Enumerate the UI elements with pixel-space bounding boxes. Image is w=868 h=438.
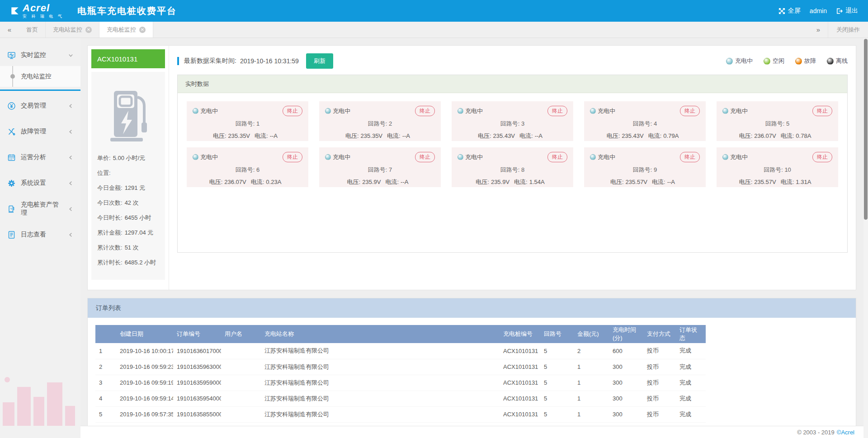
idle-status-dot (764, 58, 770, 65)
terminate-button[interactable]: 终止 (283, 152, 302, 162)
fullscreen-button[interactable]: 全屏 (778, 7, 801, 15)
tab-pile-monitor[interactable]: 充电桩监控 ✕ (99, 22, 153, 38)
order-circuit: 5 (540, 359, 574, 375)
order-amount: 2 (574, 343, 609, 359)
order-index: 1 (95, 343, 116, 359)
order-row[interactable]: 3 2019-10-16 09:59:19 1910163595900045 江… (95, 375, 706, 391)
vertical-scrollbar[interactable] (863, 38, 868, 438)
tab-label: 首页 (26, 26, 38, 34)
terminate-button[interactable]: 终止 (547, 152, 567, 162)
circuit-number: 2 (389, 120, 392, 127)
circuit-number: 6 (256, 166, 259, 173)
header-right: 全屏 admin 退出 (778, 7, 858, 15)
order-user (221, 343, 261, 359)
order-circuit: 5 (540, 343, 574, 359)
orders-column-header: 回路号 (540, 325, 574, 343)
sidebar-item-faults[interactable]: 故障管理 (0, 121, 80, 142)
order-number: 1910163585500043 (173, 406, 221, 422)
circuit-status-label: 充电中 (598, 153, 615, 161)
terminate-button[interactable]: 终止 (680, 106, 700, 116)
legend-fault: 故障 (795, 57, 816, 65)
legend-idle: 空闲 (764, 57, 784, 65)
sidebar-item-realtime-monitor[interactable]: 实时监控 (0, 44, 80, 66)
circuit-status-label: 充电中 (200, 153, 218, 161)
sidebar-item-label: 充电桩资产管理 (21, 201, 63, 217)
order-date: 2019-10-16 10:00:17 (116, 343, 173, 359)
refresh-button[interactable]: 刷新 (306, 53, 333, 69)
order-index: 4 (95, 391, 116, 406)
current-label: 电流: (519, 132, 533, 139)
close-operations-button[interactable]: 关闭操作 (828, 22, 868, 38)
circuit-number: 4 (654, 120, 657, 127)
device-stat-line: 累计金额:1297.04 元 (97, 229, 159, 237)
orders-column-header (95, 325, 116, 343)
legend-charging: 充电中 (726, 57, 753, 65)
sidebar-item-logs[interactable]: 日志查看 (0, 224, 80, 245)
order-row[interactable]: 4 2019-10-16 09:59:14 1910163595400044 江… (95, 391, 706, 406)
circuit-status-label: 充电中 (465, 107, 483, 115)
app-header: Acrel 安 科 瑞 电 气 电瓶车充电桩收费平台 全屏 admin 退出 (0, 0, 868, 22)
order-date: 2019-10-16 09:59:14 (116, 391, 173, 406)
sidebar-item-settings[interactable]: 系统设置 (0, 172, 80, 194)
terminate-button[interactable]: 终止 (812, 152, 832, 162)
footer-brand-link[interactable]: ©Acrel (837, 429, 854, 436)
circuit-number-label: 回路号: (368, 166, 387, 173)
order-station: 江苏安科瑞制造有限公司 (261, 391, 500, 406)
sidebar-item-analytics[interactable]: 运营分析 (0, 146, 80, 168)
terminate-button[interactable]: 终止 (415, 106, 435, 116)
tabs-scroll-left-button[interactable]: « (0, 22, 19, 38)
tabs-scroll-right-button[interactable]: » (809, 22, 828, 38)
terminate-button[interactable]: 终止 (415, 152, 435, 162)
current-value: 0.79A (663, 132, 679, 139)
charging-status-dot (193, 108, 198, 114)
circuit-card: 充电中 终止 回路号: 3 电压:235.43V电流:--A (452, 101, 573, 141)
order-pile: ACX1010131 (500, 343, 540, 359)
circuit-number-label: 回路号: (236, 166, 255, 173)
orders-column-header: 充电时间(分) (609, 325, 643, 343)
chevron-left-icon (68, 207, 73, 212)
monitor-area: 最新数据采集时间: 2019-10-16 10:31:59 刷新 充电中 空闲 … (169, 46, 856, 290)
page-footer: © 2003 - 2019 ©Acrel (80, 426, 868, 438)
tab-bar: « 首页 充电站监控 ✕ 充电桩监控 ✕ » 关闭操作 (0, 22, 868, 38)
sidebar-item-label: 系统设置 (21, 179, 46, 187)
order-minutes: 600 (609, 343, 643, 359)
order-row[interactable]: 2 2019-10-16 09:59:23 1910163596300046 江… (95, 359, 706, 375)
circuit-status-label: 充电中 (465, 153, 483, 161)
current-label: 电流: (781, 132, 794, 139)
copyright-text: © 2003 - 2019 (797, 429, 835, 436)
order-user (221, 406, 261, 422)
orders-panel-title: 订单列表 (88, 298, 856, 318)
circuit-number: 9 (654, 166, 657, 173)
tab-close-icon[interactable]: ✕ (139, 27, 146, 33)
user-menu[interactable]: admin (810, 7, 827, 14)
current-value: 0.78A (796, 132, 811, 139)
terminate-button[interactable]: 终止 (547, 106, 567, 116)
sidebar-item-pile-assets[interactable]: 充电桩资产管理 (0, 198, 80, 220)
current-value: --A (270, 132, 278, 139)
collect-time-value: 2019-10-16 10:31:59 (240, 57, 299, 65)
sidebar-item-station-monitor[interactable]: 充电站监控 (0, 66, 80, 87)
circuit-number-label: 回路号: (500, 166, 520, 173)
terminate-button[interactable]: 终止 (283, 106, 302, 116)
logout-button[interactable]: 退出 (836, 7, 858, 15)
terminate-button[interactable]: 终止 (680, 152, 700, 162)
terminate-button[interactable]: 终止 (812, 106, 832, 116)
voltage-label: 电压: (209, 179, 223, 185)
orders-table: 创建日期订单编号用户名充电站名称充电桩编号回路号金额(元)充电时间(分)支付方式… (95, 325, 706, 423)
circuit-number-label: 回路号: (633, 120, 652, 127)
tab-station-monitor[interactable]: 充电站监控 ✕ (46, 22, 99, 38)
collect-time-label: 最新数据采集时间: (184, 57, 236, 65)
voltage-value: 235.35V (361, 132, 382, 139)
tab-home[interactable]: 首页 (19, 22, 46, 38)
voltage-label: 电压: (213, 132, 226, 139)
sidebar-item-transactions[interactable]: 交易管理 (0, 95, 80, 117)
order-number: 1910163601700047 (173, 343, 221, 359)
chevron-down-icon (68, 53, 73, 58)
order-row[interactable]: 5 2019-10-16 09:57:35 1910163585500043 江… (95, 406, 706, 422)
logout-label: 退出 (845, 7, 858, 15)
order-row[interactable]: 1 2019-10-16 10:00:17 1910163601700047 江… (95, 343, 706, 359)
scrollbar-thumb[interactable] (864, 39, 868, 220)
realtime-data-panel: 实时数据 充电中 终止 回路号: 1 电压:235.35V电流:--A (177, 75, 848, 253)
charging-status-dot (325, 154, 331, 160)
tab-close-icon[interactable]: ✕ (85, 27, 92, 33)
